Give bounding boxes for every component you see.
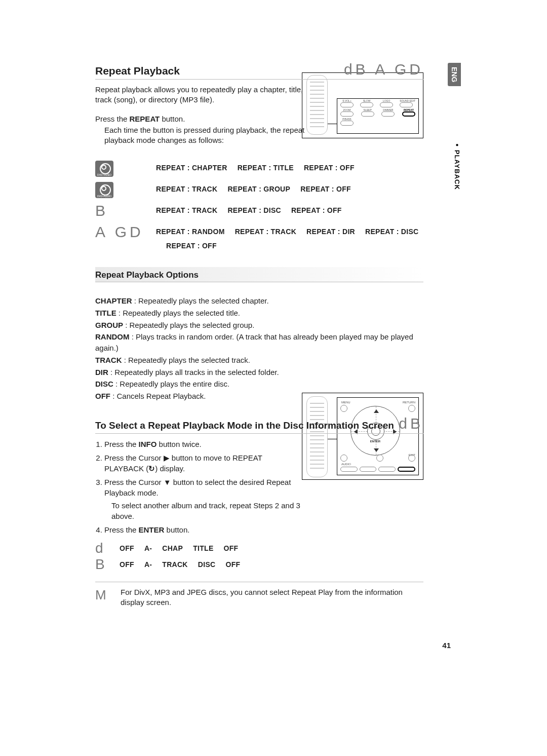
opt-val: : Repeatedly plays the selected chapter. (132, 296, 269, 305)
opt-key: TRACK (95, 356, 122, 364)
text: button twice. (157, 440, 201, 448)
mode-row-cd: B REPEAT : TRACK REPEAT : DISC REPEAT : … (95, 203, 423, 224)
page-number: 41 (442, 641, 451, 650)
note-row: M For DivX, MP3 and JPEG discs, you cann… (95, 582, 423, 608)
press-repeat-line: Press the REPEAT button. (95, 115, 423, 123)
mode-item: REPEAT : OFF (304, 164, 355, 172)
steps-list: Press the INFO button twice. Press the C… (95, 439, 303, 535)
text: Press the (95, 115, 130, 123)
repeat-modes-table: DVD-VIDEO REPEAT : CHAPTER REPEAT : TITL… (95, 161, 423, 250)
opt-val: : Plays tracks in random order. (A track… (95, 332, 413, 352)
info-mode-item: OFF (224, 544, 239, 552)
opt-key: TITLE (95, 309, 116, 317)
language-tab: ENG (448, 63, 461, 86)
media-glyph: d (95, 540, 110, 556)
mode-item: REPEAT : TRACK (235, 228, 296, 236)
info-mode-item: A- (144, 560, 152, 569)
disc-icon: DVD-VIDEO (95, 161, 113, 177)
step-4: Press the ENTER button. (104, 524, 303, 535)
intro-paragraph: Repeat playback allows you to repeatedly… (95, 85, 313, 105)
info-mode-row-cd: B OFF A- TRACK DISC OFF (95, 556, 423, 573)
opt-key: GROUP (95, 321, 123, 329)
opt-key: DISC (95, 380, 113, 388)
mode-row-dvd-audio: DVD-AUDIO REPEAT : TRACK REPEAT : GROUP … (95, 182, 423, 203)
step-2: Press the Cursor ▶ button to move to REP… (104, 452, 303, 474)
info-mode-item: OFF (120, 560, 134, 569)
repeat-keyword: REPEAT (130, 115, 160, 123)
heading-select-repeat-mode: To Select a Repeat Playback Mode in the … (95, 420, 394, 431)
text: Press the (104, 525, 139, 534)
note-text: For DivX, MP3 and JPEG discs, you cannot… (121, 587, 423, 608)
step-1: Press the INFO button twice. (104, 439, 303, 449)
info-mode-item: CHAP (162, 544, 183, 552)
info-mode-row-dvd: d OFF A- CHAP TITLE OFF (95, 540, 423, 556)
enter-keyword: ENTER (139, 525, 165, 534)
text: To select another album and track, repea… (104, 500, 303, 521)
media-type-icons: dB A GD (344, 61, 423, 78)
mode-item: REPEAT : TITLE (238, 164, 294, 172)
media-glyph: A GD (95, 223, 144, 240)
section-tab: PLAYBACK (453, 142, 461, 190)
mode-item: REPEAT : OFF (156, 242, 217, 250)
mode-item: REPEAT : DIR (306, 228, 355, 236)
press-repeat-detail: Each time the button is pressed during p… (104, 125, 312, 146)
step-3: Press the Cursor ▼ button to select the … (104, 477, 303, 521)
opt-key: RANDOM (95, 332, 130, 341)
info-mode-item: TITLE (193, 544, 213, 552)
opt-val: : Cancels Repeat Playback. (110, 392, 206, 400)
text: Press the Cursor ▼ button to select the … (104, 478, 291, 497)
repeat-icon: ↻ (148, 463, 155, 474)
heading-repeat-playback: Repeat Playback (95, 65, 180, 77)
opt-val: : Repeatedly plays the selected group. (123, 321, 254, 329)
media-type-icons: dB (399, 415, 423, 432)
info-mode-item: TRACK (162, 560, 188, 569)
mode-item: REPEAT : TRACK (156, 185, 217, 193)
opt-val: : Repeatedly plays the selected title. (116, 309, 240, 317)
mode-item: REPEAT : OFF (291, 206, 342, 214)
mode-item: REPEAT : TRACK (156, 206, 217, 214)
opt-key: DIR (95, 368, 108, 376)
info-mode-item: DISC (198, 560, 216, 569)
mode-row-mp3: A GD REPEAT : RANDOM REPEAT : TRACK REPE… (95, 224, 423, 250)
mode-item: REPEAT : DISC (227, 206, 281, 214)
disc-label: DVD-AUDIO (95, 195, 113, 198)
heading-repeat-options: Repeat Playback Options (95, 267, 423, 282)
mode-item: REPEAT : GROUP (227, 185, 290, 193)
media-glyph: B (95, 202, 105, 219)
text: ) display. (155, 464, 185, 473)
opt-val: : Repeatedly plays all tracks in the sel… (108, 368, 279, 376)
disc-label: DVD-VIDEO (95, 173, 113, 176)
disc-icon: DVD-AUDIO (95, 182, 113, 198)
mode-row-dvd-video: DVD-VIDEO REPEAT : CHAPTER REPEAT : TITL… (95, 161, 423, 182)
text: button. (160, 115, 185, 123)
opt-val: : Repeatedly plays the selected track. (122, 356, 250, 364)
mode-item: REPEAT : RANDOM (156, 228, 225, 236)
info-mode-item: OFF (120, 544, 134, 552)
text: Press the (104, 440, 139, 448)
note-icon: M (95, 587, 110, 608)
media-glyph: B (95, 556, 110, 573)
opt-key: OFF (95, 392, 110, 400)
text: button. (164, 525, 189, 534)
mode-item: REPEAT : DISC (365, 228, 419, 236)
info-mode-sequences: d OFF A- CHAP TITLE OFF B OFF A- TRACK D… (95, 540, 423, 573)
info-mode-item: OFF (225, 560, 240, 569)
opt-key: CHAPTER (95, 296, 132, 305)
info-mode-item: A- (144, 544, 152, 552)
mode-item: REPEAT : CHAPTER (156, 164, 227, 172)
info-keyword: INFO (139, 440, 157, 448)
repeat-options-list: CHAPTER : Repeatedly plays the selected … (95, 295, 423, 402)
mode-item: REPEAT : OFF (300, 185, 351, 193)
opt-val: : Repeatedly plays the entire disc. (113, 380, 229, 388)
